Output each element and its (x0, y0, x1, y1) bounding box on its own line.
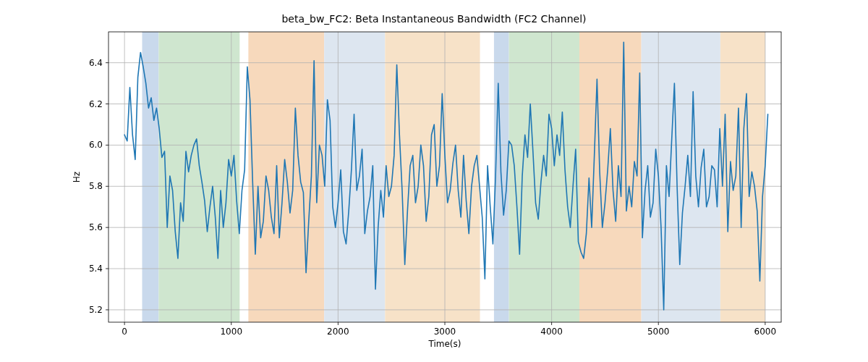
svg-text:6000: 6000 (754, 327, 777, 337)
svg-text:4000: 4000 (540, 327, 563, 337)
svg-rect-11 (642, 32, 720, 322)
x-axis-label: Time(s) (428, 339, 461, 349)
svg-text:1000: 1000 (220, 327, 242, 337)
svg-text:6.0: 6.0 (89, 140, 103, 150)
svg-text:3000: 3000 (434, 327, 456, 337)
svg-text:5000: 5000 (647, 327, 670, 337)
svg-text:2000: 2000 (327, 327, 349, 337)
svg-rect-9 (509, 32, 579, 322)
chart-container: beta_bw_FC2: Beta Instantaneous Bandwidt… (0, 0, 868, 362)
chart-title: beta_bw_FC2: Beta Instantaneous Bandwidt… (0, 13, 868, 25)
x-axis: 0100020003000400050006000 (122, 322, 776, 337)
svg-text:0: 0 (122, 327, 127, 337)
svg-text:6.4: 6.4 (89, 58, 103, 68)
svg-text:6.2: 6.2 (89, 99, 103, 109)
y-axis-label: Hz (72, 172, 82, 182)
svg-rect-6 (385, 32, 480, 322)
svg-text:5.4: 5.4 (89, 264, 103, 274)
svg-text:5.2: 5.2 (89, 305, 103, 315)
svg-text:5.8: 5.8 (89, 181, 103, 191)
chart-svg: 0100020003000400050006000Time(s)5.25.45.… (0, 0, 868, 362)
svg-rect-10 (579, 32, 642, 322)
svg-text:5.6: 5.6 (89, 222, 103, 232)
y-axis: 5.25.45.65.86.06.26.4 (89, 58, 109, 315)
